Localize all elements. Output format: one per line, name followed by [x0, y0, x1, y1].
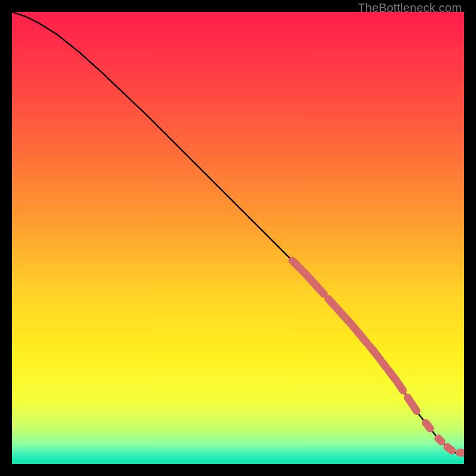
chart-frame — [12, 12, 464, 464]
bead-segment — [425, 423, 430, 429]
gradient-background — [12, 12, 464, 464]
bead-segment — [439, 439, 441, 441]
bottleneck-chart — [12, 12, 464, 464]
bead-segment — [447, 447, 452, 450]
